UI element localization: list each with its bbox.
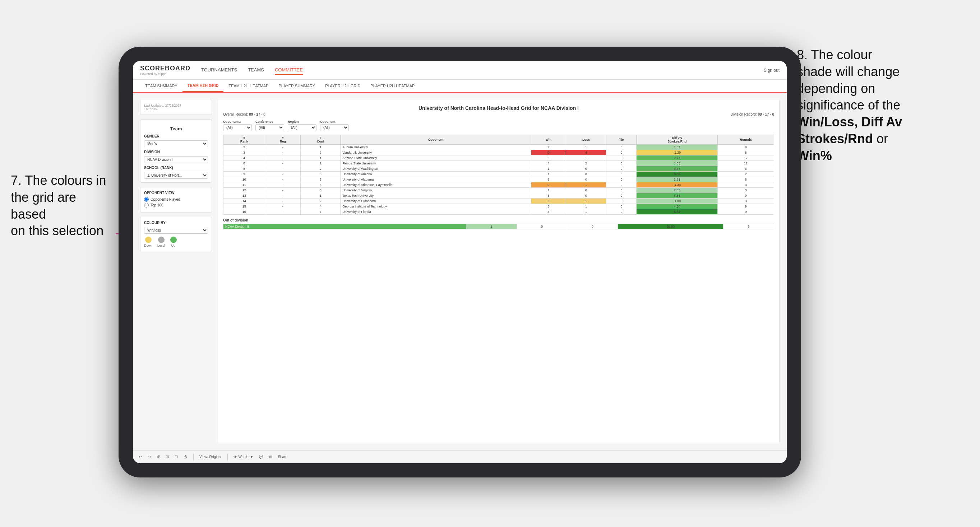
cell-win: 3	[531, 193, 566, 198]
cell-loss: 1	[566, 198, 606, 204]
toolbar-copy[interactable]: ⊡	[175, 454, 178, 459]
bottom-toolbar: ↩ ↪ ↺ ⊞ ⊡ ⏱ View: Original 👁 Watch ▼ 💬 ⊞…	[133, 450, 787, 463]
cell-rounds: 9	[718, 193, 774, 198]
cell-diff: 1.67	[636, 144, 718, 150]
cell-reg: -	[265, 150, 301, 156]
region-label: Region	[288, 120, 317, 124]
cell-opponent: University of Arizona	[340, 171, 531, 177]
cell-reg: -	[265, 188, 301, 193]
cell-reg: -	[265, 177, 301, 183]
school-select[interactable]: 1. University of Nort...	[144, 172, 208, 179]
filters-row: Opponents: (All) Conference (All) Region	[223, 120, 774, 131]
out-of-division: Out of division NCAA Division II 1 0 0 2…	[223, 218, 774, 229]
main-content: Last Updated: 27/03/2024 16:55:38 Team G…	[133, 93, 787, 450]
cell-loss: 2	[566, 161, 606, 166]
toolbar-share[interactable]: Share	[278, 455, 287, 459]
tab-player-summary[interactable]: PLAYER SUMMARY	[274, 80, 320, 92]
col-win: Win	[531, 135, 566, 144]
cell-diff: -2.29	[636, 150, 718, 156]
cell-opponent: Vanderbilt University	[340, 150, 531, 156]
nav-tournaments[interactable]: TOURNAMENTS	[201, 66, 237, 75]
filter-region: Region (All)	[288, 120, 317, 131]
annotation-right: 8. The colour shade will change dependin…	[797, 47, 969, 164]
opponent-label: Opponent	[320, 120, 349, 124]
conference-select[interactable]: (All)	[255, 124, 284, 131]
cell-tie: 0	[606, 144, 636, 150]
cell-rank: 8	[223, 166, 265, 171]
opponents-select[interactable]: (All)	[223, 124, 252, 131]
colour-by-label: Colour by	[144, 221, 208, 225]
legend-level-label: Level	[158, 244, 165, 248]
toolbar-clock[interactable]: ⏱	[184, 455, 188, 459]
cell-conf: 4	[301, 204, 340, 209]
cell-rank: 6	[223, 161, 265, 166]
cell-opponent: University of Washington	[340, 166, 531, 171]
sign-out-link[interactable]: Sign out	[764, 68, 780, 73]
cell-rank: 14	[223, 198, 265, 204]
legend-up-dot	[170, 237, 177, 243]
cell-opponent: Georgia Institute of Technology	[340, 204, 531, 209]
division-record: Division Record: 88 - 17 - 0	[731, 113, 774, 116]
cell-tie: 0	[606, 156, 636, 161]
tablet-frame: SCOREBOARD Powered by clippd TOURNAMENTS…	[119, 47, 801, 478]
toolbar-watch[interactable]: 👁 Watch ▼	[234, 455, 254, 459]
cell-loss: 1	[566, 204, 606, 209]
tab-team-h2h-heatmap[interactable]: TEAM H2H HEATMAP	[223, 80, 274, 92]
toolbar-grid-btn[interactable]: ⊞	[269, 455, 272, 459]
cell-reg: -	[265, 161, 301, 166]
cell-rank: 4	[223, 156, 265, 161]
table-row: 3 - 2 Vanderbilt University 0 4 0 -2.29 …	[223, 150, 774, 156]
region-select[interactable]: (All)	[288, 124, 317, 131]
col-conf: #Conf	[301, 135, 340, 144]
cell-loss: 1	[566, 209, 606, 215]
tab-player-h2h-heatmap[interactable]: PLAYER H2H HEATMAP	[365, 80, 420, 92]
toolbar-comment[interactable]: 💬	[259, 455, 263, 459]
cell-loss: 4	[566, 150, 606, 156]
division-select[interactable]: NCAA Division I	[144, 156, 208, 163]
cell-rounds: 17	[718, 156, 774, 161]
radio-top-100[interactable]: Top 100	[144, 203, 208, 208]
tab-team-h2h-grid[interactable]: TEAM H2H GRID	[183, 80, 224, 92]
sidebar-colour-by: Colour by Win/loss Down Level	[140, 217, 212, 251]
cell-loss: 0	[566, 171, 606, 177]
cell-tie: 0	[606, 188, 636, 193]
cell-opponent: University of Alabama	[340, 177, 531, 183]
cell-conf: 2	[301, 161, 340, 166]
cell-tie: 0	[606, 177, 636, 183]
cell-opponent: Florida State University	[340, 161, 531, 166]
cell-diff: 4.50	[636, 204, 718, 209]
ood-division: NCAA Division II	[223, 224, 466, 229]
cell-conf: 6	[301, 183, 340, 188]
toolbar-back[interactable]: ↺	[157, 454, 160, 459]
cell-loss: 1	[566, 183, 606, 188]
toolbar-undo[interactable]: ↩	[138, 454, 142, 459]
division-label: Division	[144, 150, 208, 154]
cell-win: 1	[531, 166, 566, 171]
cell-conf: 2	[301, 166, 340, 171]
toolbar-fwd[interactable]: ⊞	[165, 454, 169, 459]
radio-opponents-played[interactable]: Opponents Played	[144, 197, 208, 202]
nav-committee[interactable]: COMMITTEE	[275, 66, 303, 75]
toolbar-redo[interactable]: ↪	[148, 454, 151, 459]
cell-rank: 11	[223, 183, 265, 188]
tab-team-summary[interactable]: TEAM SUMMARY	[140, 80, 183, 92]
cell-conf: 5	[301, 177, 340, 183]
colour-by-select[interactable]: Win/loss	[144, 227, 208, 234]
cell-tie: 0	[606, 183, 636, 188]
nav-teams[interactable]: TEAMS	[248, 66, 264, 75]
cell-conf: 1	[301, 193, 340, 198]
gender-select[interactable]: Men's	[144, 140, 208, 147]
opponent-select[interactable]: (All)	[320, 124, 349, 131]
cell-win: 5	[531, 204, 566, 209]
cell-rounds: 3	[718, 188, 774, 193]
cell-reg: -	[265, 166, 301, 171]
cell-conf: 1	[301, 156, 340, 161]
cell-reg: -	[265, 156, 301, 161]
tablet-screen: SCOREBOARD Powered by clippd TOURNAMENTS…	[133, 61, 787, 463]
toolbar-view-original[interactable]: View: Original	[199, 455, 222, 459]
opponents-label: Opponents:	[223, 120, 252, 124]
cell-rounds: 12	[718, 161, 774, 166]
sidebar-opponent-view: Opponent View Opponents Played Top 100	[140, 187, 212, 213]
data-table: #Rank #Reg #Conf Opponent Win Loss Tie D…	[223, 135, 774, 215]
tab-player-h2h-grid[interactable]: PLAYER H2H GRID	[320, 80, 365, 92]
